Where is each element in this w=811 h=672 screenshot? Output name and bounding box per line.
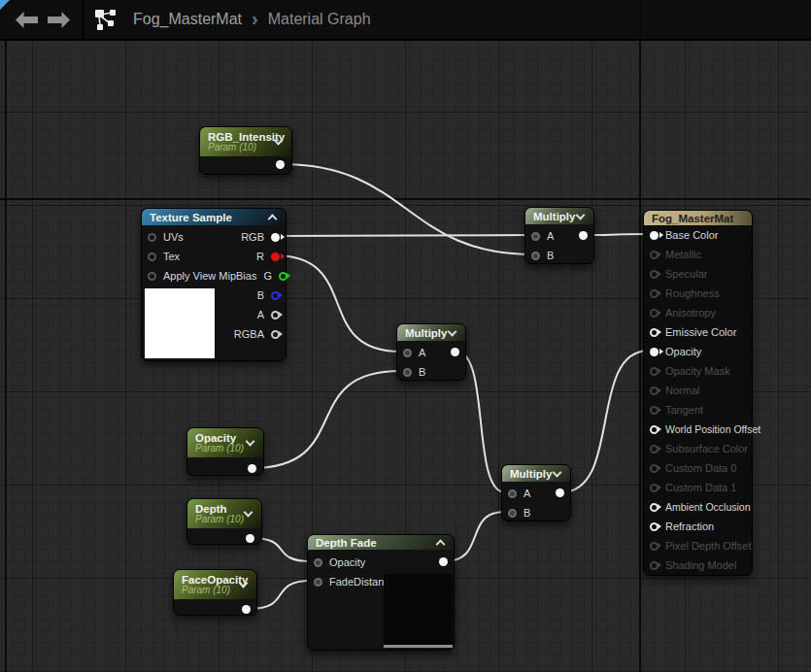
material-pin-row[interactable]: Custom Data 0 — [644, 458, 752, 478]
node-header[interactable]: Fog_MasterMat — [644, 211, 752, 225]
material-pin-row[interactable]: Roughness — [644, 284, 752, 303]
material-pin-row[interactable]: Metallic — [644, 245, 752, 264]
material-pin-row[interactable]: Specular — [644, 264, 752, 284]
output-pin-r[interactable] — [271, 252, 280, 261]
output-pin-g[interactable] — [279, 272, 287, 281]
pin-metallic[interactable] — [650, 251, 659, 259]
pin-custom-data-1[interactable] — [650, 484, 659, 492]
output-pin[interactable] — [556, 488, 564, 497]
node-face-opacity-param[interactable]: FaceOpacity Param (10) — [173, 569, 257, 616]
material-pin-row[interactable]: Pixel Depth Offset — [644, 536, 752, 555]
input-pin-mipbias[interactable] — [148, 272, 156, 281]
node-multiply-2[interactable]: Multiply A B — [396, 323, 466, 381]
pin-anisotropy[interactable] — [650, 309, 659, 318]
material-pin-row[interactable]: Tangent — [644, 400, 752, 420]
material-pin-row[interactable]: World Position Offset — [644, 420, 752, 439]
output-pin[interactable] — [242, 605, 251, 614]
input-pin-row[interactable]: Opacity — [308, 553, 454, 572]
input-pin-tex[interactable] — [148, 252, 156, 261]
pin-emissive-color[interactable] — [650, 328, 659, 337]
output-pin[interactable] — [579, 231, 588, 240]
breadcrumb-item-asset[interactable]: Fog_MasterMat — [133, 11, 242, 28]
material-pin-row[interactable]: Ambient Occlusion — [644, 497, 752, 517]
node-header[interactable]: Depth Fade — [308, 535, 454, 550]
material-pin-row[interactable]: Refraction — [644, 517, 752, 536]
node-header[interactable]: Multiply — [397, 324, 465, 341]
node-header[interactable]: RGB_Intensity Param (10) — [200, 127, 291, 156]
node-header[interactable]: FaceOpacity Param (10) — [174, 570, 256, 599]
pin-world-position-offset[interactable] — [650, 425, 659, 434]
input-pin-row[interactable]: B — [502, 503, 570, 522]
input-pin-row[interactable]: Apply View MipBias — [148, 266, 256, 286]
output-pin[interactable] — [246, 534, 254, 543]
breadcrumb-item-current[interactable]: Material Graph — [268, 11, 371, 28]
output-pin-row[interactable]: R — [256, 247, 280, 266]
material-pin-row[interactable]: Opacity Mask — [644, 361, 752, 381]
pin-refraction[interactable] — [650, 522, 659, 531]
back-button[interactable] — [12, 6, 43, 33]
material-pin-row[interactable]: Opacity — [644, 342, 752, 361]
forward-button[interactable] — [43, 6, 74, 33]
output-pin-row[interactable]: RGB — [241, 227, 280, 247]
node-header[interactable]: Depth Param (10) — [187, 499, 261, 528]
input-pin-row[interactable]: Tex — [148, 247, 180, 266]
material-pin-row[interactable]: Custom Data 1 — [644, 478, 752, 497]
input-pin-uvs[interactable] — [148, 233, 156, 242]
node-fog-master-mat[interactable]: Fog_MasterMat Base Color Metallic Specul… — [643, 210, 753, 576]
node-header[interactable]: Texture Sample — [142, 209, 286, 225]
pin-specular[interactable] — [650, 270, 659, 279]
chevron-down-icon[interactable] — [246, 437, 255, 447]
node-header[interactable]: Opacity Param (10) — [187, 428, 263, 457]
input-pin-row[interactable]: B — [525, 246, 593, 265]
material-pin-row[interactable]: Normal — [644, 381, 752, 400]
chevron-up-icon[interactable] — [436, 539, 446, 549]
material-pin-row[interactable]: Subsurface Color — [644, 439, 752, 458]
node-opacity-param[interactable]: Opacity Param (10) — [186, 427, 264, 476]
pin-ambient-occlusion[interactable] — [650, 503, 659, 512]
output-pin-b[interactable] — [271, 291, 280, 300]
output-pin[interactable] — [276, 160, 285, 169]
input-pin-fadedistance[interactable] — [314, 578, 322, 587]
node-header[interactable]: Multiply — [502, 465, 570, 482]
pin-subsurface-color[interactable] — [650, 445, 659, 454]
pin-pixel-depth-offset[interactable] — [650, 542, 659, 551]
input-pin-b[interactable] — [403, 368, 412, 377]
node-header[interactable]: Multiply — [525, 208, 593, 224]
chevron-down-icon[interactable] — [448, 326, 457, 336]
node-multiply-1[interactable]: Multiply A B — [524, 207, 594, 264]
input-pin-a[interactable] — [403, 349, 412, 357]
node-rgb-intensity[interactable]: RGB_Intensity Param (10) — [199, 126, 292, 175]
output-pin-rgb[interactable] — [271, 233, 280, 242]
pin-base-color[interactable] — [650, 231, 659, 240]
pin-tangent[interactable] — [650, 406, 659, 415]
pin-roughness[interactable] — [650, 289, 659, 298]
input-pin-row[interactable]: UVs — [148, 227, 184, 247]
material-pin-row[interactable]: Anisotropy — [644, 303, 752, 322]
chevron-down-icon[interactable] — [244, 508, 253, 518]
chevron-up-icon[interactable] — [268, 214, 278, 223]
output-pin[interactable] — [451, 348, 459, 356]
input-pin-opacity[interactable] — [314, 558, 322, 567]
node-multiply-3[interactable]: Multiply A B — [501, 464, 571, 521]
input-pin-b[interactable] — [531, 252, 540, 260]
pin-shading-model[interactable] — [650, 561, 659, 570]
output-pin[interactable] — [248, 464, 256, 473]
pin-normal[interactable] — [650, 386, 659, 395]
input-pin-row[interactable]: B — [397, 362, 465, 382]
pin-opacity-mask[interactable] — [650, 367, 659, 376]
material-pin-row[interactable]: Shading Model — [644, 555, 752, 575]
node-texture-sample[interactable]: Texture Sample UVs RGB Tex R — [141, 208, 287, 361]
material-pin-row[interactable]: Emissive Color — [644, 322, 752, 342]
output-pin-row[interactable]: G — [263, 266, 287, 286]
input-pin-a[interactable] — [508, 489, 517, 498]
chevron-down-icon[interactable] — [576, 210, 586, 219]
pin-custom-data-0[interactable] — [650, 464, 659, 473]
chevron-down-icon[interactable] — [553, 467, 562, 477]
output-pin[interactable] — [439, 557, 448, 566]
node-depth-param[interactable]: Depth Param (10) — [186, 498, 262, 545]
node-depth-fade[interactable]: Depth Fade Opacity FadeDistance — [307, 534, 455, 651]
output-pin-rgba[interactable] — [271, 330, 280, 339]
pin-opacity[interactable] — [650, 348, 659, 356]
input-pin-b[interactable] — [508, 509, 517, 518]
output-pin-a[interactable] — [271, 311, 280, 319]
